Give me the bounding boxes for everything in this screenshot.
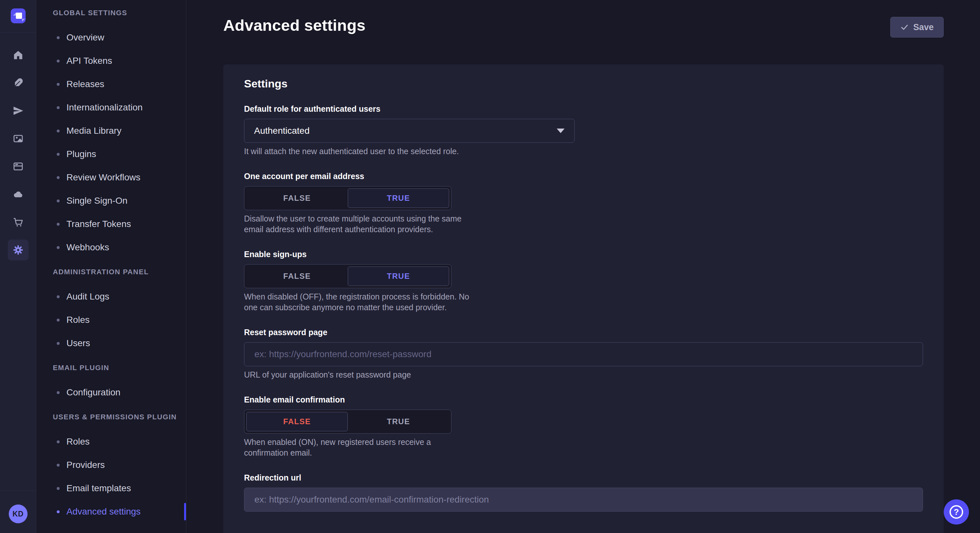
subnav-section-users-permissions-plugin: USERS & PERMISSIONS PLUGIN xyxy=(37,412,186,422)
bullet-icon xyxy=(57,440,60,443)
rail-divider-bottom xyxy=(0,490,36,491)
bullet-icon xyxy=(57,295,60,298)
sidebar-item-media-library[interactable]: Media Library xyxy=(37,119,186,143)
logo-triangle-top xyxy=(13,13,16,16)
email-confirmation-true-option[interactable]: TRUE xyxy=(348,412,449,431)
save-button[interactable]: Save xyxy=(890,17,944,38)
reset-password-label: Reset password page xyxy=(244,328,923,337)
sidebar-item-label: Advanced settings xyxy=(67,506,141,517)
sign-ups-toggle: FALSE TRUE xyxy=(244,264,452,288)
settings-gear-icon[interactable] xyxy=(8,240,29,260)
sidebar-item-plugins[interactable]: Plugins xyxy=(37,143,186,166)
main-content: Advanced settings Save Settings Default … xyxy=(187,0,980,533)
save-button-label: Save xyxy=(913,22,934,32)
logo-square xyxy=(16,13,22,19)
bullet-icon xyxy=(57,246,60,249)
rail-bottom: KD xyxy=(0,490,36,533)
settings-card: Settings Default role for authenticated … xyxy=(223,65,944,533)
chevron-down-icon xyxy=(557,128,565,133)
layout-icon[interactable] xyxy=(8,156,29,177)
sidebar-item-label: Single Sign-On xyxy=(67,195,127,206)
field-default-role: Default role for authenticated users Aut… xyxy=(244,104,923,157)
reset-password-hint: URL of your application's reset password… xyxy=(244,370,923,380)
email-confirmation-hint: When enabled (ON), new registered users … xyxy=(244,437,471,458)
one-account-true-option[interactable]: TRUE xyxy=(348,189,449,208)
sidebar-item-admin-roles[interactable]: Roles xyxy=(37,308,186,332)
sidebar-item-providers[interactable]: Providers xyxy=(37,453,186,477)
subnav-list-admin: Audit Logs Roles Users xyxy=(37,285,186,355)
bullet-icon xyxy=(57,60,60,62)
one-account-hint: Disallow the user to create multiple acc… xyxy=(244,213,471,235)
sidebar-item-label: Roles xyxy=(67,436,90,447)
sidebar-item-label: Overview xyxy=(67,32,104,43)
sidebar-item-up-roles[interactable]: Roles xyxy=(37,430,186,453)
bullet-icon xyxy=(57,200,60,202)
sidebar-item-label: Transfer Tokens xyxy=(67,219,131,229)
sidebar-item-api-tokens[interactable]: API Tokens xyxy=(37,49,186,73)
help-button[interactable]: ? xyxy=(944,499,969,525)
rail-divider-top xyxy=(0,32,36,33)
sidebar-item-releases[interactable]: Releases xyxy=(37,73,186,96)
sidebar-item-users[interactable]: Users xyxy=(37,332,186,355)
avatar[interactable]: KD xyxy=(9,504,27,523)
redirection-url-input[interactable] xyxy=(244,488,923,512)
bullet-icon xyxy=(57,223,60,226)
bullet-icon xyxy=(57,83,60,86)
sidebar-item-internationalization[interactable]: Internationalization xyxy=(37,96,186,119)
media-library-icon[interactable] xyxy=(8,128,29,149)
sidebar-item-label: Audit Logs xyxy=(67,292,109,302)
strapi-logo[interactable] xyxy=(11,8,25,23)
subnav-section-global-settings: GLOBAL SETTINGS xyxy=(37,8,186,17)
sign-ups-true-option[interactable]: TRUE xyxy=(348,266,449,286)
field-redirection-url: Redirection url xyxy=(244,473,923,512)
sidebar-item-email-templates[interactable]: Email templates xyxy=(37,477,186,500)
subnav-list-email: Configuration xyxy=(37,381,186,404)
card-heading: Settings xyxy=(244,78,923,90)
one-account-false-option[interactable]: FALSE xyxy=(246,189,348,208)
sidebar-item-transfer-tokens[interactable]: Transfer Tokens xyxy=(37,213,186,236)
default-role-hint: It will attach the new authenticated use… xyxy=(244,146,923,157)
logo-triangle-bottom xyxy=(22,19,25,22)
email-confirmation-toggle: FALSE TRUE xyxy=(244,409,452,434)
bullet-icon xyxy=(57,106,60,109)
email-confirmation-false-option[interactable]: FALSE xyxy=(246,412,348,431)
sidebar-item-single-sign-on[interactable]: Single Sign-On xyxy=(37,189,186,213)
field-reset-password: Reset password page URL of your applicat… xyxy=(244,328,923,380)
subnav-section-email-plugin: EMAIL PLUGIN xyxy=(37,363,186,373)
home-icon[interactable] xyxy=(8,45,29,65)
sidebar-item-webhooks[interactable]: Webhooks xyxy=(37,236,186,259)
sidebar-item-label: Review Workflows xyxy=(67,172,140,182)
reset-password-input[interactable] xyxy=(244,342,923,366)
bullet-icon xyxy=(57,464,60,466)
field-one-account: One account per email address FALSE TRUE… xyxy=(244,171,923,235)
active-indicator-bar xyxy=(184,503,186,520)
cart-icon[interactable] xyxy=(8,212,29,233)
one-account-label: One account per email address xyxy=(244,171,923,181)
redirection-url-label: Redirection url xyxy=(244,473,923,482)
sidebar-item-label: Releases xyxy=(67,79,104,89)
sign-ups-label: Enable sign-ups xyxy=(244,250,923,259)
sign-ups-false-option[interactable]: FALSE xyxy=(246,266,348,286)
sidebar-item-review-workflows[interactable]: Review Workflows xyxy=(37,166,186,189)
sidebar-item-audit-logs[interactable]: Audit Logs xyxy=(37,285,186,308)
bullet-icon xyxy=(57,319,60,322)
bullet-icon xyxy=(57,487,60,490)
sidebar-item-label: Roles xyxy=(67,315,90,325)
sidebar-item-overview[interactable]: Overview xyxy=(37,26,186,49)
sidebar-item-label: Providers xyxy=(67,460,105,470)
cloud-icon[interactable] xyxy=(8,184,29,205)
default-role-select[interactable]: Authenticated xyxy=(244,119,574,143)
bullet-icon xyxy=(57,36,60,39)
icon-rail: KD xyxy=(0,0,36,533)
sign-ups-hint: When disabled (OFF), the registration pr… xyxy=(244,292,471,313)
subnav-section-administration-panel: ADMINISTRATION PANEL xyxy=(37,268,186,276)
sidebar-item-advanced-settings[interactable]: Advanced settings xyxy=(37,500,186,523)
feather-icon[interactable] xyxy=(8,73,29,93)
one-account-toggle: FALSE TRUE xyxy=(244,186,452,210)
default-role-value: Authenticated xyxy=(254,125,310,136)
sidebar-item-configuration[interactable]: Configuration xyxy=(37,381,186,404)
default-role-label: Default role for authenticated users xyxy=(244,104,923,114)
page-header: Advanced settings Save xyxy=(187,0,980,38)
paper-plane-icon[interactable] xyxy=(8,100,29,121)
sidebar-item-label: Media Library xyxy=(67,125,121,136)
